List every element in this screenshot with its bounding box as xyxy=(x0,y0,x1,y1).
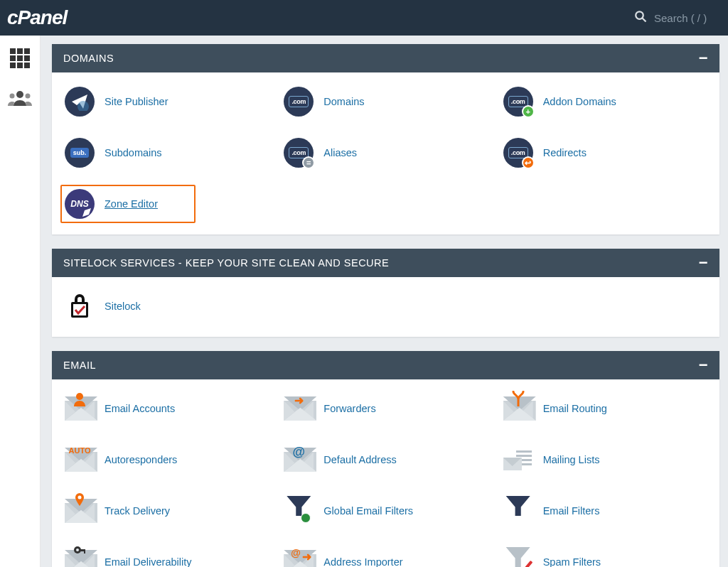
funnel-icon xyxy=(503,496,533,526)
item-email-deliverability[interactable]: Email Deliverability xyxy=(60,543,272,567)
item-address-importer[interactable]: @ ➜ Address Importer xyxy=(279,543,491,567)
item-site-publisher[interactable]: Site Publisher xyxy=(60,82,272,121)
funnel-globe-icon xyxy=(284,496,314,526)
item-label: Email Routing xyxy=(543,403,607,414)
envelope-key-icon xyxy=(65,547,95,567)
svg-point-10 xyxy=(76,393,83,400)
item-label: Email Deliverability xyxy=(105,556,191,567)
item-label: Email Accounts xyxy=(105,403,175,414)
item-label: Sitelock xyxy=(105,301,141,312)
svg-point-11 xyxy=(78,496,82,500)
envelope-at-arrow-icon: @ ➜ xyxy=(284,547,314,567)
sidebar-apps-icon[interactable] xyxy=(6,45,34,71)
search-input[interactable] xyxy=(654,12,718,24)
item-email-accounts[interactable]: Email Accounts xyxy=(60,389,272,428)
envelope-auto-icon: AUTO xyxy=(65,445,95,475)
item-label: Track Delivery xyxy=(105,505,170,517)
item-default-address[interactable]: @ Default Address xyxy=(279,441,491,479)
svg-point-0 xyxy=(636,11,643,19)
svg-line-1 xyxy=(642,18,646,21)
item-label: Zone Editor xyxy=(105,198,158,210)
envelope-pin-icon xyxy=(65,496,95,526)
item-spam-filters[interactable]: Spam Filters xyxy=(499,543,711,567)
domains-panel: DOMAINS − Site Publisher .com Domains xyxy=(52,44,719,234)
collapse-icon[interactable]: − xyxy=(699,258,708,268)
search-icon[interactable] xyxy=(634,10,647,26)
email-panel: EMAIL − Email Accounts xyxy=(52,351,719,567)
item-sitelock[interactable]: Sitelock xyxy=(60,287,272,325)
item-label: Addon Domains xyxy=(543,96,616,107)
svg-rect-15 xyxy=(84,549,85,554)
main-content: DOMAINS − Site Publisher .com Domains xyxy=(41,36,728,567)
domains-title: DOMAINS xyxy=(63,53,114,64)
paper-plane-icon xyxy=(65,87,95,117)
sitelock-shield-icon xyxy=(65,291,95,321)
svg-point-2 xyxy=(16,91,23,98)
sitelock-panel: SITELOCK SERVICES - KEEP YOUR SITE CLEAN… xyxy=(52,249,719,337)
brand-text: cPanel xyxy=(7,6,67,29)
email-title: EMAIL xyxy=(63,360,96,371)
sitelock-panel-header[interactable]: SITELOCK SERVICES - KEEP YOUR SITE CLEAN… xyxy=(52,249,719,277)
item-addon-domains[interactable]: .com+ Addon Domains xyxy=(499,82,711,121)
dotcom-plus-icon: .com+ xyxy=(503,87,533,117)
item-global-email-filters[interactable]: Global Email Filters xyxy=(279,492,491,530)
collapse-icon[interactable]: − xyxy=(699,53,708,63)
envelope-user-icon xyxy=(65,394,95,423)
item-label: Spam Filters xyxy=(543,556,601,567)
item-label: Domains xyxy=(323,96,364,107)
svg-point-3 xyxy=(10,94,15,99)
item-forwarders[interactable]: ➜ Forwarders xyxy=(279,389,491,428)
svg-point-13 xyxy=(76,549,79,551)
item-label: Subdomains xyxy=(105,147,162,158)
item-aliases[interactable]: .com= Aliases xyxy=(279,134,491,172)
dotcom-icon: .com xyxy=(284,87,314,117)
sitelock-title: SITELOCK SERVICES - KEEP YOUR SITE CLEAN… xyxy=(63,257,389,269)
envelope-at-icon: @ xyxy=(284,445,314,475)
search-area xyxy=(634,10,718,26)
item-label: Autoresponders xyxy=(105,454,177,465)
dotcom-equals-icon: .com= xyxy=(284,138,314,168)
funnel-pencil-icon xyxy=(503,547,533,567)
item-email-filters[interactable]: Email Filters xyxy=(499,492,711,530)
item-subdomains[interactable]: sub. Subdomains xyxy=(60,134,272,172)
item-label: Address Importer xyxy=(323,556,402,567)
item-label: Aliases xyxy=(323,147,357,158)
item-track-delivery[interactable]: Track Delivery xyxy=(60,492,272,530)
brand-logo[interactable]: cPanel xyxy=(7,6,67,29)
dns-icon: DNS xyxy=(65,189,95,219)
item-label: Redirects xyxy=(543,147,587,158)
envelope-fork-icon xyxy=(503,394,533,423)
item-email-routing[interactable]: Email Routing xyxy=(499,389,711,428)
item-autoresponders[interactable]: AUTO Autoresponders xyxy=(60,441,272,479)
sidebar-users-icon[interactable] xyxy=(6,85,34,111)
item-mailing-lists[interactable]: Mailing Lists xyxy=(499,441,711,479)
mailing-list-icon xyxy=(503,445,533,475)
envelope-arrow-icon: ➜ xyxy=(284,394,314,423)
item-label: Mailing Lists xyxy=(543,454,600,465)
item-label: Email Filters xyxy=(543,505,600,517)
sub-icon: sub. xyxy=(65,138,95,168)
item-domains[interactable]: .com Domains xyxy=(279,82,491,121)
svg-marker-7 xyxy=(82,208,91,217)
item-zone-editor[interactable]: DNS Zone Editor xyxy=(60,185,196,223)
item-redirects[interactable]: .com↩ Redirects xyxy=(499,134,711,172)
topbar: cPanel xyxy=(0,0,728,36)
item-label: Forwarders xyxy=(323,403,375,414)
item-label: Default Address xyxy=(323,454,396,465)
sidebar xyxy=(0,36,41,567)
item-label: Site Publisher xyxy=(105,96,168,107)
domains-panel-header[interactable]: DOMAINS − xyxy=(52,44,719,72)
email-panel-header[interactable]: EMAIL − xyxy=(52,351,719,379)
dotcom-redirect-icon: .com↩ xyxy=(503,138,533,168)
collapse-icon[interactable]: − xyxy=(699,360,708,370)
svg-point-4 xyxy=(26,94,31,99)
item-label: Global Email Filters xyxy=(323,505,413,517)
